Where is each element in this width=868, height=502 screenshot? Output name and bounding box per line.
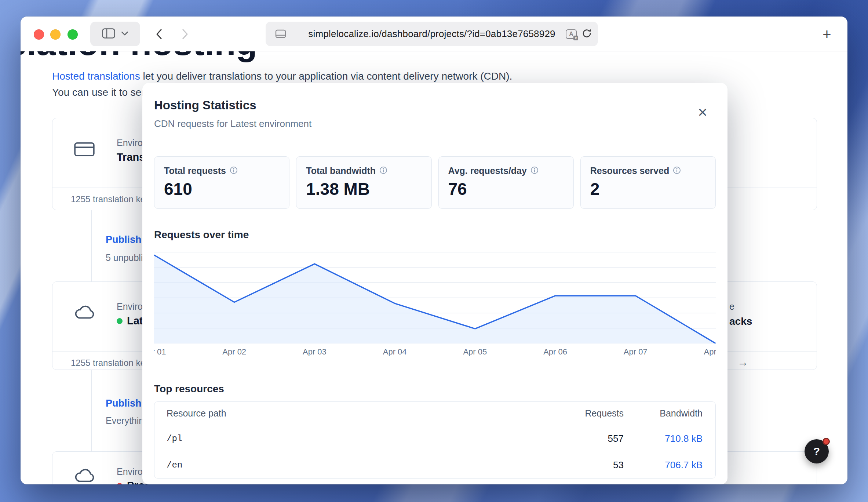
stat-value: 1.38 MB [306, 179, 422, 199]
close-window-button[interactable] [34, 29, 44, 40]
arrow-right-icon[interactable]: → [737, 356, 748, 368]
chart-section-title: Requests over time [154, 229, 249, 241]
stat-card-total-bandwidth: Total bandwidth 1.38 MB [296, 156, 431, 209]
x-axis-label: Apr 01 [154, 347, 166, 357]
resource-path-cell: /en [154, 460, 536, 470]
cloud-icon [74, 305, 95, 322]
requests-chart [154, 248, 716, 343]
minimize-window-button[interactable] [50, 29, 61, 40]
status-dot-red [117, 483, 123, 485]
stat-value: 2 [590, 179, 706, 199]
stat-label: Total requests [164, 165, 226, 176]
top-resources-table: Resource path Requests Bandwidth /pl 557… [154, 401, 716, 479]
cloud-icon [74, 468, 95, 484]
stats-row: Total requests 610 Total bandwidth 1.38 … [154, 156, 716, 209]
bandwidth-cell: 710.8 kB [624, 433, 703, 444]
x-axis-label: Apr 05 [463, 347, 487, 357]
translate-icon[interactable]: Ax [566, 29, 577, 39]
timeline-connector [91, 210, 92, 281]
address-bar[interactable]: simplelocalize.io/dashboard/projects/?id… [266, 22, 598, 46]
stat-label: Avg. requests/day [448, 165, 527, 176]
help-notification-dot [823, 438, 830, 445]
intro-rest: let you deliver translations to your app… [140, 70, 513, 82]
info-icon[interactable] [379, 166, 387, 176]
table-row[interactable]: /pl 557 710.8 kB [154, 425, 715, 452]
x-axis-label: Apr 08 [704, 347, 716, 357]
table-row[interactable]: /en 53 706.7 kB [154, 452, 715, 478]
intro-line-1: Hosted translations let you deliver tran… [52, 70, 512, 82]
info-icon[interactable] [673, 166, 681, 176]
sidebar-toggle-group[interactable] [90, 22, 140, 46]
x-axis-label: Apr 04 [383, 347, 407, 357]
stat-value: 76 [448, 179, 564, 199]
url-text: simplelocalize.io/dashboard/projects/?id… [266, 22, 598, 46]
new-tab-button[interactable]: + [817, 24, 837, 44]
column-header-requests: Requests [536, 408, 624, 419]
modal-header-divider [142, 141, 727, 141]
table-header-row: Resource path Requests Bandwidth [154, 402, 715, 425]
stat-card-resources-served: Resources served 2 [580, 156, 716, 209]
stat-card-avg-requests: Avg. requests/day 76 [438, 156, 574, 209]
translation-keys-count: 1255 translation keys [71, 358, 154, 368]
truncated-label-text: e [729, 301, 734, 312]
stat-label: Total bandwidth [306, 165, 376, 176]
x-axis-label: Apr 02 [222, 347, 246, 357]
x-axis-label: Apr 03 [303, 347, 327, 357]
table-section-title: Top resources [154, 383, 224, 395]
browser-toolbar: simplelocalize.io/dashboard/projects/?id… [21, 17, 847, 51]
chevron-down-icon [121, 31, 128, 37]
truncated-value-text: acks [729, 316, 752, 327]
column-header-bandwidth: Bandwidth [624, 408, 703, 419]
requests-chart-svg [154, 248, 716, 343]
modal-subtitle: CDN requests for Latest environment [154, 118, 311, 130]
stat-card-total-requests: Total requests 610 [154, 156, 289, 209]
translations-card-icon [74, 141, 95, 159]
close-icon[interactable]: × [694, 103, 711, 121]
page-title: Translation hosting [21, 51, 257, 63]
sidebar-icon [102, 28, 115, 40]
resource-path-cell: /pl [154, 434, 536, 444]
hosting-statistics-modal: Hosting Statistics CDN requests for Late… [142, 83, 727, 484]
modal-title: Hosting Statistics [154, 98, 256, 112]
column-header-resource-path: Resource path [154, 408, 536, 419]
browser-window: simplelocalize.io/dashboard/projects/?id… [21, 17, 847, 484]
back-button[interactable] [149, 24, 169, 44]
x-axis-label: Apr 07 [624, 347, 648, 357]
zoom-window-button[interactable] [68, 29, 78, 40]
requests-cell: 557 [536, 433, 624, 444]
status-dot-green [117, 318, 123, 324]
hosted-translations-link[interactable]: Hosted translations [52, 70, 140, 82]
info-icon[interactable] [230, 166, 238, 176]
info-icon[interactable] [530, 166, 539, 176]
forward-button[interactable] [175, 24, 196, 44]
bandwidth-cell: 706.7 kB [624, 459, 703, 471]
stat-value: 610 [164, 179, 280, 199]
x-axis-labels: Apr 01Apr 02Apr 03Apr 04Apr 05Apr 06Apr … [154, 347, 716, 360]
timeline-connector [91, 370, 92, 451]
reload-icon[interactable] [582, 28, 592, 40]
requests-cell: 53 [536, 459, 624, 471]
stat-label: Resources served [590, 165, 669, 176]
translation-keys-count: 1255 translation keys [71, 194, 154, 204]
x-axis-label: Apr 06 [543, 347, 567, 357]
